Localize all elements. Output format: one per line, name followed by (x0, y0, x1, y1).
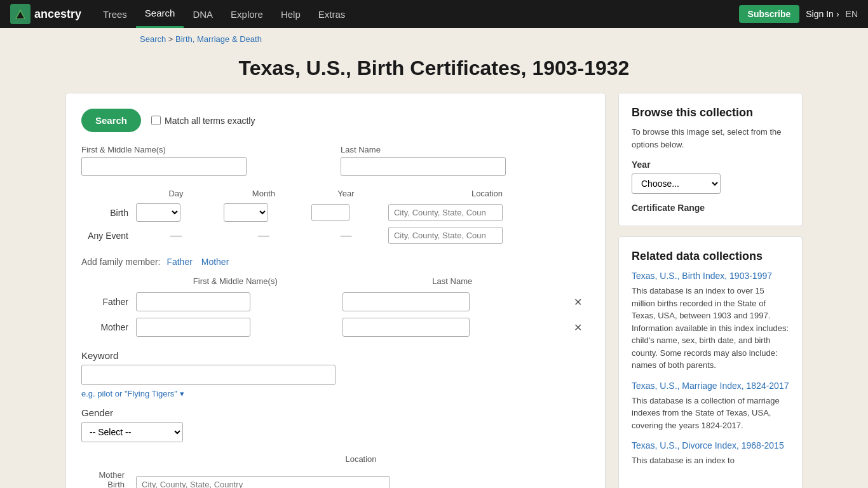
keyword-hint-arrow: ▾ (180, 389, 184, 398)
add-family-label: Add family member: (81, 257, 160, 267)
birth-row: Birth (81, 201, 590, 224)
breadcrumb-separator: > (168, 34, 175, 44)
father-remove-button[interactable]: ✕ (570, 295, 586, 309)
col-month-header: Month (220, 186, 308, 201)
birth-year-input[interactable] (311, 204, 349, 221)
search-panel: Search Match all terms exactly First & M… (65, 93, 606, 488)
any-event-location-input[interactable] (388, 227, 503, 244)
birth-month-select[interactable] (224, 203, 268, 222)
mother-birth-place-section: Location Mother BirthPlace (81, 451, 590, 488)
mother-label: Mother (81, 315, 132, 340)
last-name-input[interactable] (341, 157, 506, 176)
events-table: Day Month Year Location Birth (81, 186, 590, 247)
mother-birth-location-col: Location (132, 451, 590, 467)
nav-search[interactable]: Search (136, 0, 184, 28)
birth-location-input[interactable] (388, 204, 503, 221)
gender-label: Gender (81, 407, 590, 418)
family-table: First & Middle Name(s) Last Name Father … (81, 273, 590, 340)
keyword-hint-text: e.g. pilot or "Flying Tigers" (81, 389, 177, 398)
father-row: Father ✕ (81, 289, 590, 315)
signin-arrow: › (836, 9, 839, 19)
mother-birth-label: Mother BirthPlace (81, 467, 132, 488)
nav-explore[interactable]: Explore (222, 0, 272, 28)
any-event-month-dash: — (220, 224, 308, 247)
related-link-2[interactable]: Texas, U.S., Divorce Index, 1968-2015 (632, 440, 789, 451)
mother-last-name-input[interactable] (342, 318, 470, 337)
any-event-year-dash: — (308, 224, 384, 247)
col-location-header: Location (384, 186, 590, 201)
any-event-row: Any Event — — — (81, 224, 590, 247)
breadcrumb-section-link[interactable]: Birth, Marriage & Death (175, 34, 262, 44)
right-panel: Browse this collection To browse this im… (618, 93, 803, 488)
top-nav: ancestry Trees Search DNA Explore Help E… (0, 0, 868, 28)
year-select[interactable]: Choose... (632, 173, 721, 194)
mother-first-name-input[interactable] (136, 318, 250, 337)
related-desc-0: This database is an index to over 15 mil… (632, 285, 789, 372)
browse-title: Browse this collection (632, 106, 789, 119)
birth-day-select[interactable] (136, 203, 180, 222)
mother-remove-button[interactable]: ✕ (570, 320, 586, 335)
any-event-label: Any Event (81, 224, 132, 247)
gender-section: Gender -- Select -- Male Female Unknown (81, 407, 590, 451)
gender-select[interactable]: -- Select -- Male Female Unknown (81, 422, 183, 442)
mother-birth-location-input[interactable] (136, 476, 390, 488)
related-desc-2: This database is an index to (632, 454, 789, 467)
related-link-1[interactable]: Texas, U.S., Marriage Index, 1824-2017 (632, 381, 789, 391)
col-day-header: Day (132, 186, 220, 201)
search-top-bar: Search Match all terms exactly (81, 109, 590, 132)
keyword-section: Keyword e.g. pilot or "Flying Tigers" ▾ (81, 350, 590, 398)
match-all-label[interactable]: Match all terms exactly (151, 116, 255, 126)
match-all-checkbox[interactable] (151, 116, 161, 125)
related-link-0[interactable]: Texas, U.S., Birth Index, 1903-1997 (632, 271, 789, 281)
cert-range-label: Certificate Range (632, 203, 789, 213)
mother-birth-row: Mother BirthPlace (81, 467, 590, 488)
logo[interactable]: ancestry (10, 4, 81, 24)
nav-links: Trees Search DNA Explore Help Extras (94, 0, 739, 28)
nav-trees[interactable]: Trees (94, 0, 136, 28)
keyword-label: Keyword (81, 350, 590, 361)
subscribe-button[interactable]: Subscribe (739, 5, 800, 23)
ancestry-logo-icon (10, 4, 31, 24)
father-first-name-input[interactable] (136, 292, 250, 311)
add-mother-link[interactable]: Mother (201, 257, 229, 267)
family-col-first: First & Middle Name(s) (132, 273, 339, 289)
breadcrumb: Search > Birth, Marriage & Death (0, 28, 868, 50)
related-title: Related data collections (632, 250, 789, 263)
col-year-header: Year (308, 186, 384, 201)
nav-right: Subscribe Sign In › EN (739, 5, 858, 23)
search-button[interactable]: Search (81, 109, 141, 132)
main-layout: Search Match all terms exactly First & M… (53, 93, 815, 488)
name-row: First & Middle Name(s) Last Name (81, 145, 590, 176)
page-title: Texas, U.S., Birth Certificates, 1903-19… (0, 57, 868, 80)
last-name-group: Last Name (341, 145, 590, 176)
birth-label: Birth (81, 201, 132, 224)
signin-label: Sign In (806, 9, 834, 19)
first-name-label: First & Middle Name(s) (81, 145, 330, 154)
signin-button[interactable]: Sign In › (806, 9, 839, 19)
family-col-last: Last Name (339, 273, 566, 289)
father-last-name-input[interactable] (342, 292, 470, 311)
keyword-hint[interactable]: e.g. pilot or "Flying Tigers" ▾ (81, 389, 590, 398)
logo-text: ancestry (34, 8, 81, 21)
language-button[interactable]: EN (846, 9, 858, 19)
nav-dna[interactable]: DNA (184, 0, 222, 28)
last-name-label: Last Name (341, 145, 590, 154)
match-all-text: Match all terms exactly (165, 116, 255, 126)
browse-box: Browse this collection To browse this im… (618, 93, 803, 226)
nav-extras[interactable]: Extras (309, 0, 355, 28)
nav-help[interactable]: Help (272, 0, 309, 28)
related-desc-1: This database is a collection of marriag… (632, 395, 789, 432)
any-event-day-dash: — (132, 224, 220, 247)
first-name-input[interactable] (81, 157, 247, 176)
add-father-link[interactable]: Father (166, 257, 192, 267)
family-member-section: Add family member: Father Mother (81, 257, 590, 267)
breadcrumb-search-link[interactable]: Search (140, 34, 166, 44)
related-box: Related data collections Texas, U.S., Bi… (618, 236, 803, 488)
first-name-group: First & Middle Name(s) (81, 145, 330, 176)
father-label: Father (81, 289, 132, 315)
keyword-input[interactable] (81, 365, 336, 385)
browse-desc: To browse this image set, select from th… (632, 126, 789, 151)
mother-row: Mother ✕ (81, 315, 590, 340)
year-label: Year (632, 159, 789, 170)
